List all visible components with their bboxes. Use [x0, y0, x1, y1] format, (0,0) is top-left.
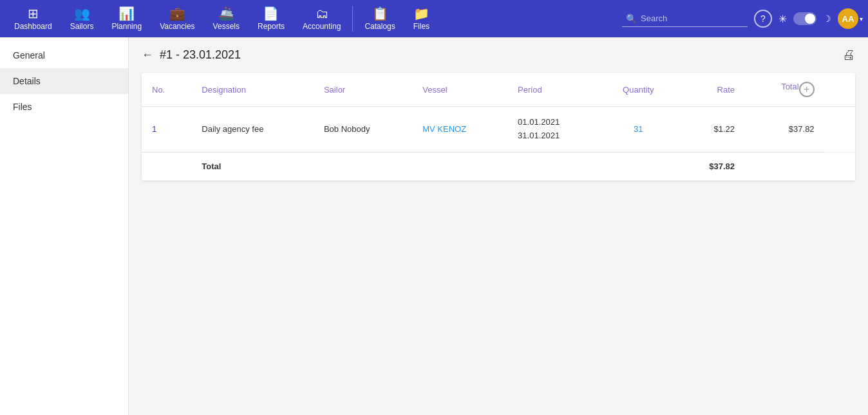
moon-icon[interactable]: ☽ [823, 14, 831, 24]
details-table: No.DesignationSailorVesselPeriodQuantity… [142, 73, 855, 181]
total-label-cell [142, 152, 191, 180]
vessels-icon: 🚢 [218, 7, 234, 20]
nav-label-vacancies: Vacancies [160, 22, 194, 31]
cell-total: $37.82 [745, 107, 825, 152]
table-header: No.DesignationSailorVesselPeriodQuantity… [142, 73, 855, 107]
help-button[interactable]: ? [754, 10, 772, 28]
nav-label-dashboard: Dashboard [14, 22, 52, 31]
print-button[interactable]: 🖨 [842, 48, 855, 62]
nav-item-vessels[interactable]: 🚢Vessels [204, 3, 249, 35]
nav-item-dashboard[interactable]: ⊞Dashboard [5, 3, 61, 35]
sun-icon[interactable]: ✳ [778, 13, 787, 25]
nav-item-accounting[interactable]: 🗂Accounting [294, 3, 350, 35]
col-header-period: Period [507, 73, 600, 107]
page-header: ← #1 - 23.01.2021 🖨 [142, 48, 855, 62]
sidebar: GeneralDetailsFiles [0, 37, 129, 415]
col-header-sailor: Sailor [314, 73, 412, 107]
table-container: No.DesignationSailorVesselPeriodQuantity… [142, 73, 855, 181]
col-header-no: No. [142, 73, 191, 107]
nav-label-accounting: Accounting [303, 22, 341, 31]
page-header-left: ← #1 - 23.01.2021 [142, 48, 241, 62]
nav-label-files: Files [413, 22, 429, 31]
theme-toggle[interactable] [793, 12, 816, 25]
sidebar-item-files[interactable]: Files [0, 94, 128, 120]
col-header-quantity: Quantity [600, 73, 677, 107]
sidebar-item-general[interactable]: General [0, 42, 128, 68]
page-title: #1 - 23.01.2021 [160, 48, 241, 62]
nav-label-catalogs: Catalogs [364, 22, 395, 31]
chevron-down-icon: ▾ [860, 15, 863, 23]
nav-item-planning[interactable]: 📊Planning [102, 3, 151, 35]
cell-rate: $1.22 [677, 107, 745, 152]
search-icon: 🔍 [626, 14, 637, 24]
planning-icon: 📊 [118, 7, 135, 20]
table-body: 1 Daily agency fee Bob Nobody MV KENOZ 0… [142, 107, 855, 181]
user-dropdown[interactable]: AA ▾ [838, 8, 863, 29]
catalogs-icon: 📋 [372, 7, 388, 20]
cell-quantity[interactable]: 31 [600, 107, 677, 152]
total-row: Total $37.82 [142, 152, 855, 180]
nav-item-files[interactable]: 📁Files [404, 3, 439, 35]
main-layout: GeneralDetailsFiles ← #1 - 23.01.2021 🖨 … [0, 37, 868, 415]
nav-label-planning: Planning [111, 22, 142, 31]
nav-item-catalogs[interactable]: 📋Catalogs [355, 3, 404, 35]
total-value: $37.82 [677, 152, 745, 180]
reports-icon: 📄 [263, 7, 279, 20]
cell-action [825, 107, 855, 152]
search-input[interactable] [641, 14, 744, 23]
col-header-rate: Rate [677, 73, 745, 107]
toggle-knob [805, 14, 815, 24]
dashboard-icon: ⊞ [28, 7, 39, 20]
total-label: Total [191, 152, 314, 180]
sidebar-item-details[interactable]: Details [0, 68, 128, 94]
sailors-icon: 👥 [74, 7, 90, 20]
nav-label-vessels: Vessels [213, 22, 240, 31]
nav-label-reports: Reports [258, 22, 285, 31]
nav-item-vacancies[interactable]: 💼Vacancies [151, 3, 203, 35]
nav-items: ⊞Dashboard👥Sailors📊Planning💼Vacancies🚢Ve… [5, 3, 622, 35]
col-header-total: Total+ [745, 73, 825, 107]
nav-item-reports[interactable]: 📄Reports [249, 3, 294, 35]
back-button[interactable]: ← [142, 48, 153, 62]
vacancies-icon: 💼 [169, 7, 185, 20]
avatar: AA [838, 8, 858, 29]
cell-designation: Daily agency fee [191, 107, 314, 152]
nav-separator [352, 6, 353, 32]
add-row-button[interactable]: + [799, 82, 815, 97]
nav-right: 🔍 ? ✳ ☽ AA ▾ [622, 8, 863, 29]
cell-period: 01.01.202131.01.2021 [507, 107, 600, 152]
cell-no[interactable]: 1 [142, 107, 191, 152]
col-label-total: Total [781, 82, 798, 91]
content-area: ← #1 - 23.01.2021 🖨 No.DesignationSailor… [129, 37, 868, 415]
nav-label-sailors: Sailors [70, 22, 94, 31]
table-row: 1 Daily agency fee Bob Nobody MV KENOZ 0… [142, 107, 855, 152]
col-header-vessel: Vessel [412, 73, 507, 107]
col-header-designation: Designation [191, 73, 314, 107]
search-box: 🔍 [622, 11, 748, 27]
accounting-icon: 🗂 [316, 7, 328, 20]
top-nav: ⊞Dashboard👥Sailors📊Planning💼Vacancies🚢Ve… [0, 0, 868, 37]
cell-sailor: Bob Nobody [314, 107, 412, 152]
cell-vessel[interactable]: MV KENOZ [412, 107, 507, 152]
files-icon: 📁 [413, 7, 429, 20]
nav-item-sailors[interactable]: 👥Sailors [61, 3, 103, 35]
